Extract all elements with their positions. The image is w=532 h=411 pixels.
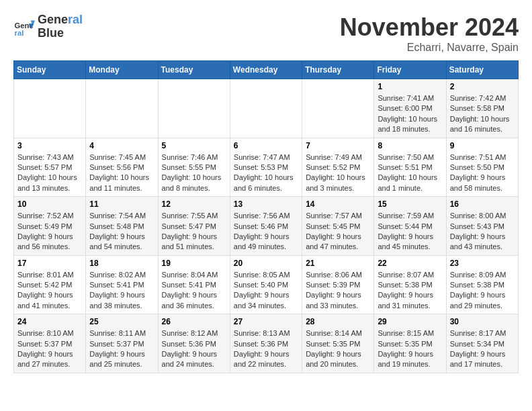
day-info: Sunrise: 7:43 AM Sunset: 5:57 PM Dayligh… — [17, 152, 82, 194]
calendar-day-cell: 5Sunrise: 7:46 AM Sunset: 5:55 PM Daylig… — [158, 138, 230, 197]
calendar-day-cell: 10Sunrise: 7:52 AM Sunset: 5:49 PM Dayli… — [14, 197, 86, 256]
location: Echarri, Navarre, Spain — [340, 42, 519, 54]
title-block: November 2024 Echarri, Navarre, Spain — [340, 13, 519, 54]
calendar-table: SundayMondayTuesdayWednesdayThursdayFrid… — [13, 60, 519, 373]
calendar-day-cell: 23Sunrise: 8:09 AM Sunset: 5:38 PM Dayli… — [446, 255, 518, 314]
calendar-week-row: 24Sunrise: 8:10 AM Sunset: 5:37 PM Dayli… — [14, 314, 519, 373]
day-number: 18 — [89, 259, 154, 268]
calendar-week-row: 1Sunrise: 7:41 AM Sunset: 6:00 PM Daylig… — [14, 79, 519, 138]
page-header: Gene ral GeneralBlue November 2024 Echar… — [13, 13, 519, 54]
calendar-day-cell: 3Sunrise: 7:43 AM Sunset: 5:57 PM Daylig… — [14, 138, 86, 197]
day-of-week-header: Tuesday — [158, 61, 230, 79]
day-info: Sunrise: 7:57 AM Sunset: 5:45 PM Dayligh… — [306, 211, 370, 253]
day-info: Sunrise: 7:50 AM Sunset: 5:51 PM Dayligh… — [378, 152, 442, 194]
day-info: Sunrise: 7:59 AM Sunset: 5:44 PM Dayligh… — [378, 211, 442, 253]
calendar-day-cell: 29Sunrise: 8:15 AM Sunset: 5:35 PM Dayli… — [374, 314, 446, 373]
calendar-day-cell: 12Sunrise: 7:55 AM Sunset: 5:47 PM Dayli… — [158, 197, 230, 256]
day-number: 8 — [378, 141, 442, 150]
day-info: Sunrise: 8:06 AM Sunset: 5:39 PM Dayligh… — [306, 270, 370, 312]
day-number: 23 — [450, 259, 515, 268]
calendar-day-cell: 8Sunrise: 7:50 AM Sunset: 5:51 PM Daylig… — [374, 138, 446, 197]
day-info: Sunrise: 8:15 AM Sunset: 5:35 PM Dayligh… — [378, 328, 442, 370]
calendar-day-cell: 7Sunrise: 7:49 AM Sunset: 5:52 PM Daylig… — [302, 138, 374, 197]
calendar-day-cell: 25Sunrise: 8:11 AM Sunset: 5:37 PM Dayli… — [86, 314, 158, 373]
calendar-day-cell: 11Sunrise: 7:54 AM Sunset: 5:48 PM Dayli… — [86, 197, 158, 256]
day-of-week-header: Saturday — [446, 61, 518, 79]
logo-icon: Gene ral — [13, 16, 35, 38]
day-info: Sunrise: 8:04 AM Sunset: 5:41 PM Dayligh… — [162, 270, 226, 312]
day-number: 4 — [89, 141, 154, 150]
day-info: Sunrise: 8:11 AM Sunset: 5:37 PM Dayligh… — [89, 328, 154, 370]
day-of-week-header: Sunday — [14, 61, 86, 79]
day-of-week-header: Thursday — [302, 61, 374, 79]
day-info: Sunrise: 8:05 AM Sunset: 5:40 PM Dayligh… — [234, 270, 298, 312]
day-number: 28 — [306, 317, 370, 326]
day-number: 22 — [378, 259, 442, 268]
calendar-day-cell: 14Sunrise: 7:57 AM Sunset: 5:45 PM Dayli… — [302, 197, 374, 256]
svg-text:ral: ral — [15, 29, 24, 37]
day-number: 27 — [234, 317, 298, 326]
day-info: Sunrise: 7:49 AM Sunset: 5:52 PM Dayligh… — [306, 152, 370, 194]
calendar-body: 1Sunrise: 7:41 AM Sunset: 6:00 PM Daylig… — [14, 79, 519, 373]
day-info: Sunrise: 8:14 AM Sunset: 5:35 PM Dayligh… — [306, 328, 370, 370]
logo-text: GeneralBlue — [38, 13, 83, 40]
calendar-day-cell — [86, 79, 158, 138]
day-of-week-header: Friday — [374, 61, 446, 79]
calendar-day-cell: 24Sunrise: 8:10 AM Sunset: 5:37 PM Dayli… — [14, 314, 86, 373]
day-number: 19 — [162, 259, 226, 268]
calendar-day-cell: 4Sunrise: 7:45 AM Sunset: 5:56 PM Daylig… — [86, 138, 158, 197]
calendar-day-cell: 20Sunrise: 8:05 AM Sunset: 5:40 PM Dayli… — [230, 255, 302, 314]
day-info: Sunrise: 7:54 AM Sunset: 5:48 PM Dayligh… — [89, 211, 154, 253]
calendar-day-cell: 27Sunrise: 8:13 AM Sunset: 5:36 PM Dayli… — [230, 314, 302, 373]
logo: Gene ral GeneralBlue — [13, 13, 83, 40]
calendar-day-cell: 1Sunrise: 7:41 AM Sunset: 6:00 PM Daylig… — [374, 79, 446, 138]
day-info: Sunrise: 8:02 AM Sunset: 5:41 PM Dayligh… — [89, 270, 154, 312]
day-number: 17 — [17, 259, 82, 268]
day-info: Sunrise: 7:45 AM Sunset: 5:56 PM Dayligh… — [89, 152, 154, 194]
day-info: Sunrise: 8:07 AM Sunset: 5:38 PM Dayligh… — [378, 270, 442, 312]
day-number: 20 — [234, 259, 298, 268]
calendar-day-cell — [230, 79, 302, 138]
day-info: Sunrise: 8:09 AM Sunset: 5:38 PM Dayligh… — [450, 270, 515, 312]
day-info: Sunrise: 7:55 AM Sunset: 5:47 PM Dayligh… — [162, 211, 226, 253]
day-number: 13 — [234, 199, 298, 209]
calendar-day-cell: 22Sunrise: 8:07 AM Sunset: 5:38 PM Dayli… — [374, 255, 446, 314]
day-info: Sunrise: 7:56 AM Sunset: 5:46 PM Dayligh… — [234, 211, 298, 253]
day-number: 16 — [450, 199, 515, 209]
calendar-header: SundayMondayTuesdayWednesdayThursdayFrid… — [14, 61, 519, 79]
day-number: 29 — [378, 317, 442, 326]
day-number: 24 — [17, 317, 82, 326]
calendar-day-cell — [158, 79, 230, 138]
day-info: Sunrise: 8:10 AM Sunset: 5:37 PM Dayligh… — [17, 328, 82, 370]
calendar-week-row: 3Sunrise: 7:43 AM Sunset: 5:57 PM Daylig… — [14, 138, 519, 197]
day-number: 26 — [162, 317, 226, 326]
day-number: 5 — [162, 141, 226, 150]
day-number: 12 — [162, 199, 226, 209]
day-info: Sunrise: 7:41 AM Sunset: 6:00 PM Dayligh… — [378, 93, 442, 135]
day-number: 21 — [306, 259, 370, 268]
day-info: Sunrise: 8:01 AM Sunset: 5:42 PM Dayligh… — [17, 270, 82, 312]
day-info: Sunrise: 7:47 AM Sunset: 5:53 PM Dayligh… — [234, 152, 298, 194]
day-info: Sunrise: 7:42 AM Sunset: 5:58 PM Dayligh… — [450, 93, 515, 135]
calendar-day-cell: 2Sunrise: 7:42 AM Sunset: 5:58 PM Daylig… — [446, 79, 518, 138]
calendar-day-cell — [302, 79, 374, 138]
calendar-day-cell: 6Sunrise: 7:47 AM Sunset: 5:53 PM Daylig… — [230, 138, 302, 197]
calendar-day-cell: 16Sunrise: 8:00 AM Sunset: 5:43 PM Dayli… — [446, 197, 518, 256]
calendar-week-row: 10Sunrise: 7:52 AM Sunset: 5:49 PM Dayli… — [14, 197, 519, 256]
day-info: Sunrise: 8:00 AM Sunset: 5:43 PM Dayligh… — [450, 211, 515, 253]
day-info: Sunrise: 7:51 AM Sunset: 5:50 PM Dayligh… — [450, 152, 515, 194]
month-title: November 2024 — [340, 13, 519, 42]
day-number: 10 — [17, 199, 82, 209]
calendar-day-cell: 17Sunrise: 8:01 AM Sunset: 5:42 PM Dayli… — [14, 255, 86, 314]
calendar-day-cell: 19Sunrise: 8:04 AM Sunset: 5:41 PM Dayli… — [158, 255, 230, 314]
day-number: 9 — [450, 141, 515, 150]
day-info: Sunrise: 8:12 AM Sunset: 5:36 PM Dayligh… — [162, 328, 226, 370]
day-number: 1 — [378, 82, 442, 91]
calendar-day-cell: 18Sunrise: 8:02 AM Sunset: 5:41 PM Dayli… — [86, 255, 158, 314]
day-info: Sunrise: 8:17 AM Sunset: 5:34 PM Dayligh… — [450, 328, 515, 370]
calendar-day-cell: 9Sunrise: 7:51 AM Sunset: 5:50 PM Daylig… — [446, 138, 518, 197]
day-of-week-header: Monday — [86, 61, 158, 79]
calendar-week-row: 17Sunrise: 8:01 AM Sunset: 5:42 PM Dayli… — [14, 255, 519, 314]
day-number: 7 — [306, 141, 370, 150]
day-of-week-header: Wednesday — [230, 61, 302, 79]
